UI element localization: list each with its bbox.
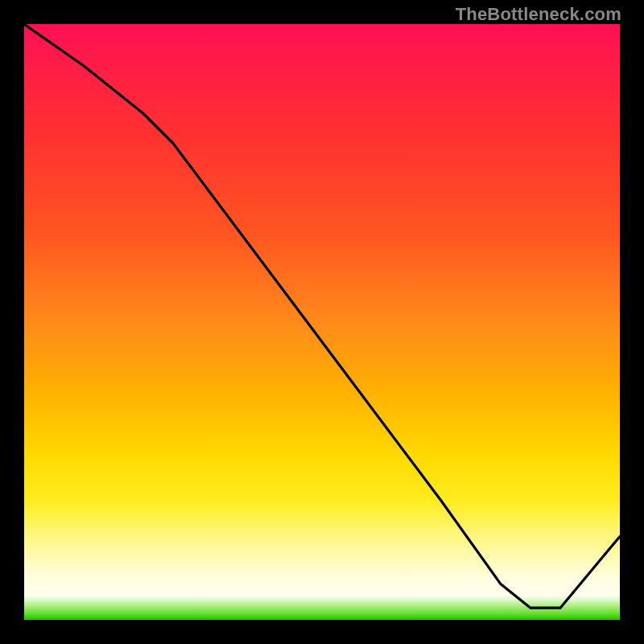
frame-top bbox=[0, 0, 644, 24]
frame-left bbox=[0, 0, 24, 644]
chart-container: TheBottleneck.com bbox=[0, 0, 644, 644]
frame-right bbox=[620, 0, 644, 644]
data-curve bbox=[24, 24, 620, 620]
frame-bottom bbox=[0, 620, 644, 644]
green-band-strip bbox=[24, 596, 620, 620]
plot-area bbox=[24, 24, 620, 620]
